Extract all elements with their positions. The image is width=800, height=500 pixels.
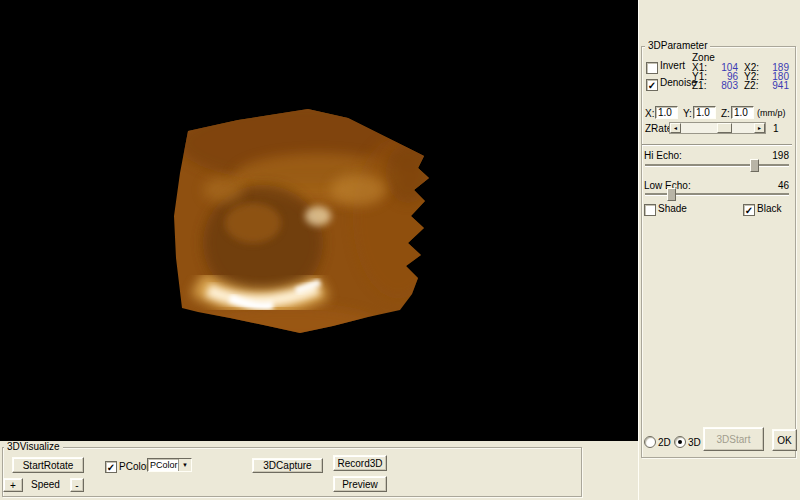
3d-render-viewport[interactable] bbox=[0, 0, 638, 441]
check-icon: ✓ bbox=[745, 206, 753, 215]
start-rotate-button[interactable]: StartRotate bbox=[12, 457, 84, 473]
scale-z-label: Z: bbox=[721, 109, 730, 119]
zrate-scrollbar[interactable]: ◄ ► bbox=[669, 122, 766, 134]
visualize-panel: 3DVisualize StartRotate + Speed - ✓ PCol… bbox=[0, 441, 638, 500]
black-label[interactable]: Black bbox=[757, 204, 781, 214]
low-echo-slider-thumb[interactable] bbox=[667, 188, 676, 201]
zone-z2-label: Z2: bbox=[744, 81, 758, 91]
speed-plus-button[interactable]: + bbox=[3, 478, 23, 492]
3dcapture-button[interactable]: 3DCapture bbox=[252, 458, 323, 473]
pcolor-dropdown-value: PColor bbox=[148, 460, 178, 470]
hi-echo-slider-thumb[interactable] bbox=[750, 159, 759, 172]
record3d-button[interactable]: Record3D bbox=[333, 455, 387, 471]
scale-z-input[interactable] bbox=[731, 106, 754, 119]
low-echo-value: 46 bbox=[754, 181, 789, 191]
preview-button[interactable]: Preview bbox=[333, 476, 387, 492]
invert-label[interactable]: Invert bbox=[660, 61, 685, 71]
zrate-scroll-right-button[interactable]: ► bbox=[754, 123, 765, 133]
scale-y-input[interactable] bbox=[693, 106, 716, 119]
scroll-left-arrow-icon: ◄ bbox=[673, 126, 678, 131]
separator bbox=[642, 144, 792, 146]
pcolor-checkbox[interactable]: ✓ bbox=[105, 461, 117, 473]
dropdown-arrow-icon[interactable]: ▼ bbox=[178, 459, 191, 471]
scale-x-label: X: bbox=[645, 109, 654, 119]
shade-checkbox[interactable] bbox=[644, 204, 656, 216]
scale-x-input[interactable] bbox=[655, 106, 678, 119]
zrate-scrollbar-thumb[interactable] bbox=[717, 123, 732, 133]
zrate-scroll-left-button[interactable]: ◄ bbox=[670, 123, 681, 133]
hi-echo-label: Hi Echo: bbox=[644, 151, 682, 161]
speed-label: Speed bbox=[31, 480, 60, 490]
parameter-groupbox-title: 3DParameter bbox=[645, 41, 710, 51]
black-checkbox[interactable]: ✓ bbox=[743, 204, 755, 216]
visualize-groupbox-title: 3DVisualize bbox=[4, 442, 63, 452]
zrate-value: 1 bbox=[773, 124, 779, 134]
pcolor-dropdown[interactable]: PColor ▼ bbox=[147, 458, 192, 472]
shade-label[interactable]: Shade bbox=[658, 204, 687, 214]
mode-2d-label[interactable]: 2D bbox=[658, 438, 671, 448]
parameter-panel: 3DParameter Invert ✓ Denoise Zone X1: 10… bbox=[638, 0, 800, 500]
radio-dot bbox=[678, 440, 682, 444]
ultrasound-render bbox=[168, 98, 443, 338]
scroll-right-arrow-icon: ► bbox=[757, 126, 762, 131]
zone-z2-value: 941 bbox=[763, 81, 789, 91]
hi-echo-value: 198 bbox=[754, 151, 789, 161]
mode-3d-label[interactable]: 3D bbox=[688, 438, 701, 448]
mode-2d-radio[interactable] bbox=[644, 436, 656, 448]
check-icon: ✓ bbox=[648, 81, 656, 90]
speed-minus-button[interactable]: - bbox=[70, 478, 84, 492]
hi-echo-slider-track[interactable] bbox=[645, 164, 789, 167]
scale-y-label: Y: bbox=[683, 109, 692, 119]
pcolor-label[interactable]: PColor bbox=[119, 462, 150, 472]
denoise-checkbox[interactable]: ✓ bbox=[646, 79, 658, 91]
mode-3d-radio[interactable] bbox=[674, 436, 686, 448]
invert-checkbox[interactable] bbox=[646, 62, 658, 74]
scale-unit-label: (mm/p) bbox=[757, 108, 786, 118]
ok-button[interactable]: OK bbox=[772, 429, 797, 451]
3dstart-button[interactable]: 3DStart bbox=[703, 427, 764, 451]
zone-z1-label: Z1: bbox=[692, 81, 706, 91]
check-icon: ✓ bbox=[107, 463, 115, 472]
application-window: 3DParameter Invert ✓ Denoise Zone X1: 10… bbox=[0, 0, 800, 500]
zone-z1-value: 803 bbox=[712, 81, 738, 91]
